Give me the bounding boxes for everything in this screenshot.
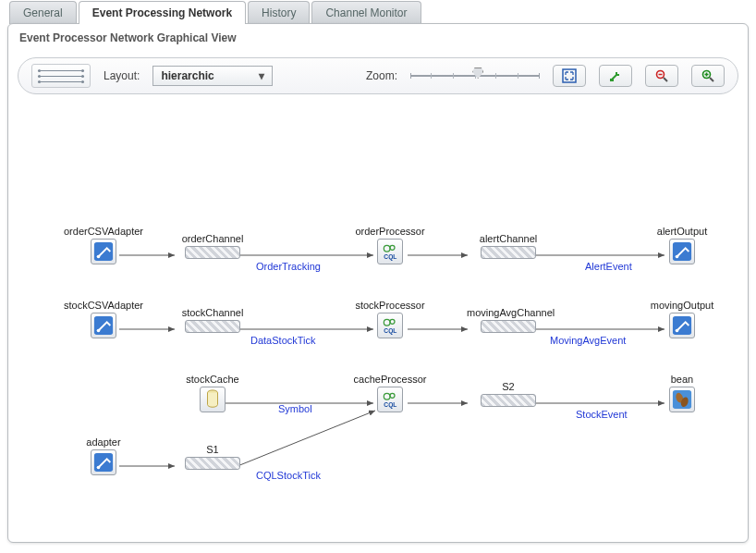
svg-point-38 (390, 393, 395, 398)
svg-point-44 (97, 466, 101, 470)
svg-line-6 (710, 78, 713, 81)
node-ordercsvadapter[interactable]: orderCSVAdapter (62, 226, 145, 264)
channel-icon (185, 246, 240, 259)
node-stockchannel[interactable]: stockChannel (171, 307, 254, 333)
svg-point-31 (384, 319, 390, 326)
node-label: stockChannel (171, 307, 254, 318)
node-label: alertOutput (640, 226, 724, 237)
edge-label: DataStockTick (250, 335, 316, 346)
tab-event-processing-network[interactable]: Event Processing Network (79, 1, 246, 24)
diagram-canvas[interactable]: orderCSVAdapter orderChannel orderProces… (8, 107, 748, 542)
node-label: movingAvgChannel (467, 307, 550, 318)
svg-line-3 (664, 78, 667, 81)
node-label: S1 (171, 444, 254, 455)
layout-label: Layout: (104, 69, 140, 82)
node-label: S2 (467, 381, 550, 392)
processor-icon: CQL (377, 387, 403, 412)
node-s2[interactable]: S2 (467, 381, 550, 407)
svg-point-30 (97, 329, 101, 333)
zoom-out-button[interactable] (645, 65, 678, 87)
fit-screen-button[interactable] (553, 65, 586, 87)
layout-preview-icon[interactable] (31, 64, 91, 88)
svg-point-28 (676, 255, 679, 259)
node-label: stockCSVAdapter (62, 300, 145, 311)
edge-label: MovingAvgEvent (550, 335, 626, 346)
tab-history[interactable]: History (248, 1, 310, 24)
node-label: alertChannel (467, 233, 550, 244)
epn-panel: Event Processor Network Graphical View L… (7, 23, 749, 543)
edge-label: CQLStockTick (256, 470, 321, 481)
zoom-slider[interactable] (410, 73, 540, 79)
edge-label: StockEvent (576, 409, 628, 420)
svg-point-35 (676, 329, 679, 333)
svg-point-25 (390, 245, 395, 250)
node-label: orderCSVAdapter (62, 226, 145, 237)
edge-label: Symbol (278, 403, 312, 414)
node-cacheprocessor[interactable]: cacheProcessor CQL (348, 374, 432, 412)
tab-channel-monitor[interactable]: Channel Monitor (311, 1, 421, 24)
node-label: movingOutput (640, 300, 724, 311)
toolbar: Layout: hierarchic Zoom: (18, 57, 738, 94)
node-label: stockProcessor (348, 300, 432, 311)
adapter-icon (669, 313, 695, 338)
node-s1[interactable]: S1 (171, 444, 254, 470)
svg-rect-0 (563, 69, 576, 82)
node-alertoutput[interactable]: alertOutput (640, 226, 724, 264)
channel-icon (185, 320, 240, 333)
processor-icon: CQL (377, 313, 403, 338)
node-movingoutput[interactable]: movingOutput (640, 300, 724, 338)
svg-point-24 (384, 245, 390, 252)
cache-icon (200, 387, 226, 412)
node-label: stockCache (171, 374, 254, 385)
node-alertchannel[interactable]: alertChannel (467, 233, 550, 259)
edge-label: OrderTracking (256, 261, 321, 272)
svg-point-23 (97, 255, 101, 259)
node-label: cacheProcessor (348, 374, 432, 385)
actual-size-button[interactable] (599, 65, 632, 87)
processor-icon: CQL (377, 239, 403, 264)
node-label: orderProcessor (348, 226, 432, 237)
svg-point-32 (390, 319, 395, 324)
svg-text:CQL: CQL (384, 327, 396, 335)
tab-general[interactable]: General (9, 1, 77, 24)
zoom-slider-thumb[interactable] (472, 68, 483, 79)
bean-icon (669, 387, 695, 412)
node-label: bean (640, 374, 724, 385)
node-label: orderChannel (171, 233, 254, 244)
channel-icon (481, 394, 536, 407)
node-movingavgchannel[interactable]: movingAvgChannel (467, 307, 550, 333)
zoom-label: Zoom: (366, 69, 397, 82)
adapter-icon (91, 313, 116, 338)
adapter-icon (91, 239, 116, 264)
node-stockcsvadapter[interactable]: stockCSVAdapter (62, 300, 145, 338)
channel-icon (481, 246, 536, 259)
edge-label: AlertEvent (585, 261, 632, 272)
node-adapter[interactable]: adapter (62, 436, 145, 475)
svg-line-21 (238, 411, 375, 466)
zoom-in-button[interactable] (691, 65, 725, 87)
svg-text:CQL: CQL (384, 401, 396, 409)
layout-select[interactable]: hierarchic (152, 66, 273, 86)
node-orderchannel[interactable]: orderChannel (171, 233, 254, 259)
channel-icon (481, 320, 536, 333)
channel-icon (185, 457, 240, 470)
svg-rect-1 (610, 79, 614, 81)
node-bean[interactable]: bean (640, 374, 724, 412)
panel-title: Event Processor Network Graphical View (8, 24, 748, 52)
node-label: adapter (62, 436, 145, 448)
node-stockprocessor[interactable]: stockProcessor CQL (348, 300, 432, 338)
node-orderprocessor[interactable]: orderProcessor CQL (348, 226, 432, 264)
svg-point-37 (384, 393, 390, 399)
adapter-icon (91, 449, 116, 475)
adapter-icon (669, 239, 695, 264)
svg-text:CQL: CQL (384, 253, 396, 261)
node-stockcache[interactable]: stockCache (171, 374, 254, 412)
